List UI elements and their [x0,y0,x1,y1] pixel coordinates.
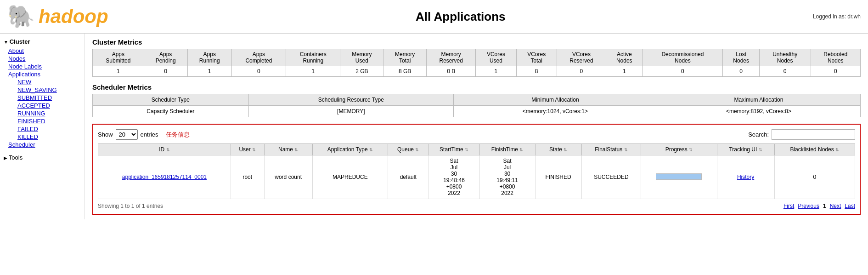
progress-bar-fill [656,174,701,179]
pagination-last[interactable]: Last [845,203,855,209]
cell-user: root [231,155,264,199]
sort-icon-start-time: ⇅ [465,148,468,152]
sort-icon-final-status: ⇅ [624,148,628,152]
search-input[interactable] [772,129,855,140]
sidebar-item-killed[interactable]: KILLED [13,133,81,141]
val-memory-total: 8 GB [383,66,427,77]
tracking-ui-link[interactable]: History [737,174,754,180]
sidebar-item-node-labels[interactable]: Node Labels [4,63,81,70]
val-apps-running: 1 [187,66,231,77]
col-memory-used: MemoryUsed [340,49,383,66]
hadoop-elephant-icon: 🐘 [7,4,35,29]
val-scheduler-type: Capacity Scheduler [93,106,249,117]
task-info-label: 任务信息 [166,131,190,139]
val-memory-used: 2 GB [340,66,383,77]
val-minimum-allocation: <memory:1024, vCores:1> [453,106,657,117]
col-memory-total: MemoryTotal [383,49,427,66]
col-apps-running: AppsRunning [187,49,231,66]
show-entries-control: Show 20 50 100 entries 任务信息 [98,129,190,140]
col-maximum-allocation: Maximum Allocation [657,94,860,106]
col-vcores-used: VCoresUsed [476,49,516,66]
cell-start-time: SatJul3019:48:46+08002022 [428,155,479,199]
table-controls: Show 20 50 100 entries 任务信息 Search: [98,129,855,140]
entries-label: entries [141,131,158,138]
col-memory-reserved: MemoryReserved [427,49,476,66]
col-unhealthy-nodes: UnhealthyNodes [759,49,811,66]
th-queue[interactable]: Queue ⇅ [388,144,428,155]
sort-icon-app-type: ⇅ [369,148,373,152]
sort-icon-finish-time: ⇅ [519,148,523,152]
cell-state: FINISHED [535,155,581,199]
pagination-first[interactable]: First [783,203,794,209]
logo-area: 🐘 hadoop [7,4,108,29]
content-area: Cluster Metrics AppsSubmitted AppsPendin… [85,34,868,219]
col-vcores-total: VCoresTotal [516,49,557,66]
sort-icon-queue: ⇅ [415,148,419,152]
sort-icon-blacklisted-nodes: ⇅ [835,148,839,152]
entries-select[interactable]: 20 50 100 [116,129,138,140]
val-vcores-total: 8 [516,66,557,77]
th-progress[interactable]: Progress ⇅ [641,144,717,155]
pagination-previous[interactable]: Previous [798,203,819,209]
table-row: application_1659181257114_0001rootword c… [98,155,855,199]
sidebar-item-new-saving[interactable]: NEW_SAVING [13,86,81,94]
tools-section: Tools [4,154,81,161]
sidebar-item-applications[interactable]: Applications [4,70,81,78]
logo-text: hadoop [39,6,108,28]
sort-icon-tracking-ui: ⇅ [759,148,762,152]
app-id-link[interactable]: application_1659181257114_0001 [122,174,207,180]
pagination-bar: Showing 1 to 1 of 1 entries First Previo… [98,203,855,209]
page-title: All Applications [108,10,813,24]
col-vcores-reserved: VCoresReserved [557,49,606,66]
val-vcores-used: 1 [476,66,516,77]
sidebar-item-scheduler[interactable]: Scheduler [4,141,81,149]
th-blacklisted-nodes[interactable]: Blacklisted Nodes ⇅ [774,144,855,155]
scheduler-metrics-title: Scheduler Metrics [92,83,861,91]
cell-progress [641,155,717,199]
scheduler-metrics-table: Scheduler Type Scheduling Resource Type … [92,94,861,117]
sidebar-item-failed[interactable]: FAILED [13,125,81,133]
sort-icon-user: ⇅ [252,148,256,152]
cluster-metrics-title: Cluster Metrics [92,38,861,46]
sort-icon-progress: ⇅ [689,148,693,152]
pagination-current: 1 [823,203,826,209]
sidebar: Cluster About Nodes Node Labels Applicat… [0,34,85,219]
cluster-metrics-table: AppsSubmitted AppsPending AppsRunning Ap… [92,49,861,77]
pagination-next[interactable]: Next [830,203,841,209]
th-tracking-ui[interactable]: Tracking UI ⇅ [717,144,774,155]
th-finish-time[interactable]: FinishTime ⇅ [479,144,535,155]
tools-title[interactable]: Tools [4,154,81,161]
val-maximum-allocation: <memory:8192, vCores:8> [657,106,860,117]
col-minimum-allocation: Minimum Allocation [453,94,657,106]
cluster-section-title[interactable]: Cluster [4,38,81,45]
val-lost-nodes: 0 [723,66,759,77]
th-start-time[interactable]: StartTime ⇅ [428,144,479,155]
main-layout: Cluster About Nodes Node Labels Applicat… [0,34,868,219]
th-final-status[interactable]: FinalStatus ⇅ [581,144,641,155]
pagination-links: First Previous 1 Next Last [783,203,855,209]
col-apps-completed: AppsCompleted [231,49,286,66]
th-id[interactable]: ID ⇅ [98,144,231,155]
progress-bar-bg [656,173,702,180]
sidebar-item-new[interactable]: NEW [13,78,81,86]
sidebar-item-nodes[interactable]: Nodes [4,55,81,63]
col-apps-pending: AppsPending [144,49,187,66]
th-state[interactable]: State ⇅ [535,144,581,155]
sidebar-item-finished[interactable]: FINISHED [13,117,81,125]
col-active-nodes: ActiveNodes [606,49,643,66]
col-apps-submitted: AppsSubmitted [93,49,144,66]
th-app-type[interactable]: Application Type ⇅ [312,144,388,155]
col-decommissioned-nodes: DecommissionedNodes [643,49,723,66]
col-scheduling-resource-type: Scheduling Resource Type [248,94,453,106]
th-name[interactable]: Name ⇅ [264,144,312,155]
cell-finish-time: SatJul3019:49:11+08002022 [479,155,535,199]
show-label: Show [98,131,113,138]
sidebar-item-submitted[interactable]: SUBMITTED [13,94,81,102]
val-rebooted-nodes: 0 [811,66,860,77]
sidebar-item-about[interactable]: About [4,47,81,55]
val-apps-pending: 0 [144,66,187,77]
th-user[interactable]: User ⇅ [231,144,264,155]
sidebar-item-running[interactable]: RUNNING [13,109,81,117]
cell-name: word count [264,155,312,199]
sidebar-item-accepted[interactable]: ACCEPTED [13,102,81,109]
